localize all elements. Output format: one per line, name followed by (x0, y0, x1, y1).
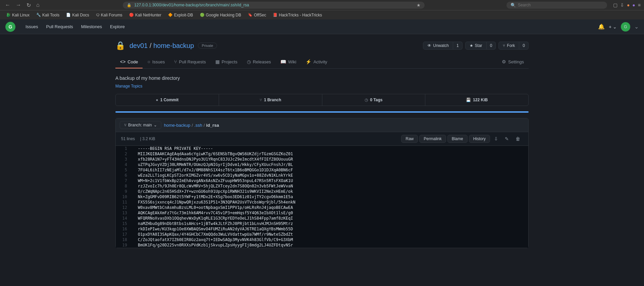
wiki-icon: 📖 (280, 59, 286, 64)
user-menu-chevron[interactable]: ⌄ (634, 23, 639, 30)
forward-button[interactable]: → (14, 1, 23, 9)
hacktricks-favicon: 📕 (273, 13, 277, 17)
permalink-button[interactable]: Permalink (419, 135, 446, 143)
kali-nethunter-favicon: 🔴 (129, 13, 134, 17)
size-stat[interactable]: 💾 122 KiB (425, 94, 528, 106)
table-row: 2MIIJKQIBAAKCAgEAqdAaa6cYgiwKTg/6SENSbTB… (116, 151, 528, 157)
commits-stat[interactable]: ● 1 Commit (116, 94, 219, 106)
tags-stat[interactable]: ◷ 0 Tags (322, 94, 426, 106)
bookmark-kali-linux[interactable]: 🐉 Kali Linux (3, 12, 32, 18)
back-button[interactable]: ← (3, 1, 12, 9)
user-avatar-orange[interactable]: ● (627, 2, 630, 8)
create-button[interactable]: + ⌄ (609, 24, 617, 30)
user-avatar[interactable]: G (621, 22, 630, 32)
menu-icon[interactable]: ≡ (638, 2, 641, 8)
browser-navigation[interactable]: ← → ↻ ⌂ (3, 1, 41, 9)
kali-nethunter-label: Kali NetHunter (135, 13, 161, 17)
tab-wiki[interactable]: 📖 Wiki (276, 56, 301, 68)
eye-icon: 👁 (427, 43, 431, 48)
download-icon[interactable]: ⇩ (620, 2, 624, 8)
nav-explore[interactable]: Explore (107, 22, 128, 31)
search-input[interactable] (518, 3, 603, 7)
tab-activity[interactable]: ⚡ Activity (301, 56, 332, 68)
repo-description: A backup of my home directory (115, 75, 529, 81)
branches-icon: ⑂ (260, 98, 262, 102)
line-code: C/ZoJQtaofatX7IZ60EIR8Gz2axq7t+IEDwSAQp3… (132, 237, 528, 242)
file-meta: 51 lines | 3.2 KiB (121, 136, 155, 141)
settings-icon: ⚙ (502, 59, 506, 64)
table-row: 12W0xav8MWtbCnAsmhuBzsLML0+ootNpbagxSmI1… (116, 205, 528, 210)
repo-lock-icon: 🔒 (115, 41, 125, 50)
bookmark-kali-forums[interactable]: 🗨 Kali Forums (93, 12, 125, 18)
issues-icon: ○ (147, 59, 150, 64)
tab-issues[interactable]: ○ Issues (143, 56, 169, 68)
fork-count[interactable]: 0 (519, 42, 529, 50)
table-row: 4uZTPqJGvyVZDj30LRMmNTR/OUmzQJpNIGyrIjDd… (116, 162, 528, 167)
size-icon: 💾 (466, 98, 471, 102)
bookmark-kali-nethunter[interactable]: 🔴 Kali NetHunter (126, 12, 164, 18)
line-number: 14 (116, 216, 132, 221)
nav-issues[interactable]: Issues (22, 22, 42, 31)
user-avatar-purple[interactable]: ● (632, 2, 635, 8)
tab-pull-requests[interactable]: ⑂ Pull Requests (169, 56, 210, 68)
delete-file-button[interactable]: 🗑 (513, 135, 523, 143)
fork-button[interactable]: ⑂ Fork (498, 42, 519, 50)
manage-topics-link[interactable]: Manage Topics (115, 84, 143, 89)
tags-icon: ◷ (365, 98, 368, 102)
table-row: 19BmUK1Fq/g20D225vn0RXXsPVdKzb1jSkvupLZp… (116, 242, 528, 248)
raw-button[interactable]: Raw (401, 135, 418, 143)
home-button[interactable]: ⌂ (35, 1, 41, 9)
nav-milestones[interactable]: Milestones (78, 22, 105, 31)
nav-pull-requests[interactable]: Pull Requests (43, 22, 76, 31)
table-row: 17O1pxDYA0I3SApKQax/4Y4GHCbC7XmQQdo3WuLV… (116, 232, 528, 237)
search-bar[interactable]: 🔍 (506, 2, 607, 9)
bookmark-kali-tools[interactable]: 🔧 Kali Tools (34, 12, 62, 18)
blame-button[interactable]: Blame (447, 135, 468, 143)
app-logo[interactable]: G (5, 22, 15, 32)
code-table: 1-----BEGIN RSA PRIVATE KEY-----2MIIJKQI… (116, 146, 528, 248)
bookmark-offsec[interactable]: 🔖 OffSec (245, 12, 269, 18)
bookmark-kali-docs[interactable]: 📄 Kali Docs (63, 12, 92, 18)
unwatch-count[interactable]: 1 (453, 42, 463, 50)
repo-owner-link[interactable]: dev01 (129, 42, 148, 49)
star-group: ★ Star 0 (465, 42, 496, 50)
edit-file-button[interactable]: ✎ (502, 135, 512, 143)
bookmark-star-button[interactable]: ★ (417, 3, 421, 8)
address-bar[interactable]: 🔒 127.0.0.1:3000/dev01/home-backup/src/b… (123, 2, 425, 9)
bookmark-hacktricks[interactable]: 📕 HackTricks - HackTricks (270, 12, 324, 18)
google-hacking-label: Google Hacking DB (206, 13, 241, 17)
repo-breadcrumb-link[interactable]: home-backup (164, 123, 191, 128)
tab-settings[interactable]: ⚙ Settings (497, 56, 529, 68)
file-lines: 51 lines (121, 136, 135, 141)
dir-breadcrumb-link[interactable]: .ssh (194, 123, 202, 128)
branch-selector[interactable]: ⑂ Branch: main ⌄ (120, 121, 161, 129)
branch-icon: ⑂ (124, 123, 126, 127)
unwatch-button[interactable]: 👁 Unwatch (423, 42, 453, 50)
history-button[interactable]: History (469, 135, 490, 143)
star-button[interactable]: ★ Star (465, 42, 487, 50)
line-code: MIIJKQIBAAKCAgEAqdAaa6cYgiwKTg/6SENSbTBg… (132, 151, 528, 157)
table-row: 57FU4L6ihII7zNEjaMl/d7xJ/0M88NhS1X4szT6t… (116, 167, 528, 173)
star-count[interactable]: 0 (487, 42, 496, 50)
breadcrumb-separator-2: / (204, 123, 205, 128)
kali-forums-label: Kali Forums (101, 13, 122, 17)
app-header: G Issues Pull Requests Milestones Explor… (0, 19, 644, 34)
tab-projects[interactable]: ▦ Projects (211, 56, 242, 68)
table-row: 18C/ZoJQtaofatX7IZ60EIR8Gz2axq7t+IEDwSAQ… (116, 237, 528, 242)
branches-stat[interactable]: ⑂ 1 Branch (219, 94, 322, 106)
tab-releases[interactable]: ◷ Releases (242, 56, 276, 68)
bell-icon[interactable]: 🔔 (598, 23, 605, 30)
line-number: 7 (116, 178, 132, 183)
bookmark-google-hacking[interactable]: 🟢 Google Hacking DB (197, 12, 244, 18)
line-code: -----BEGIN RSA PRIVATE KEY----- (132, 146, 528, 151)
reload-button[interactable]: ↻ (25, 1, 33, 9)
line-number: 17 (116, 232, 132, 237)
extensions-icon[interactable]: ▢ (613, 2, 618, 8)
main-content: 🔒 dev01 / home-backup Private 👁 Unwatch … (107, 34, 537, 255)
download-file-button[interactable]: ⇩ (491, 135, 501, 143)
tab-code[interactable]: <> Code (115, 56, 143, 68)
kali-forums-favicon: 🗨 (96, 13, 100, 17)
file-viewer: ⑂ Branch: main ⌄ home-backup / .ssh / id… (115, 118, 529, 248)
repo-name-link[interactable]: home-backup (153, 42, 194, 49)
bookmark-exploit-db[interactable]: 🔶 Exploit-DB (165, 12, 196, 18)
